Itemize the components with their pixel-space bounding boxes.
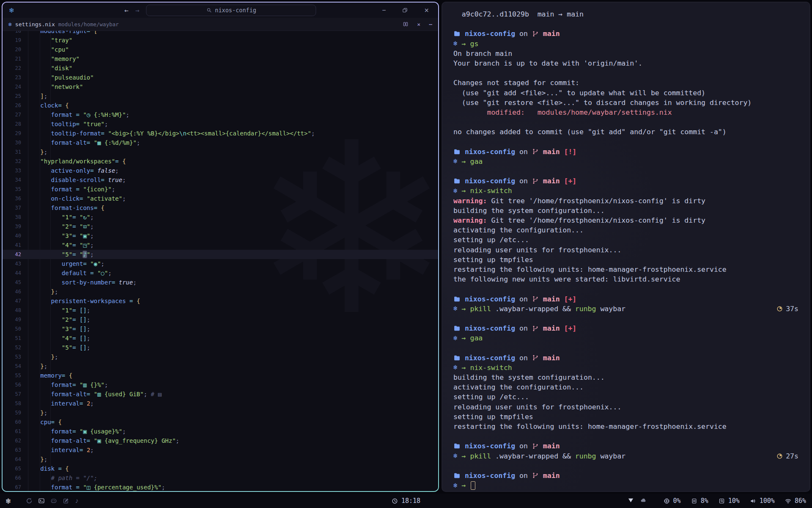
code-line-44[interactable]: 44 default = "○"; <box>3 268 438 278</box>
code-line-62[interactable]: 62 format-alt= "▣ {avg_frequency} GHz"; <box>3 436 438 445</box>
code-line-35[interactable]: 35 format = "{icon}"; <box>3 185 438 194</box>
code-line-33[interactable]: 33 active-only= false; <box>3 166 438 175</box>
code-line-60[interactable]: 60 cpu= { <box>3 417 438 427</box>
timer-icon <box>776 306 783 312</box>
line-number: 37 <box>3 203 21 213</box>
nix-file-icon: ❄ <box>8 22 12 27</box>
tray-triangle-icon[interactable] <box>628 497 634 505</box>
vol-module[interactable]: 100% <box>750 497 775 505</box>
terminal-command: ❄ → pkill .waybar-wrapped && runbg wayba… <box>453 451 798 461</box>
terminal-blank-line <box>453 68 798 78</box>
clock-module[interactable]: 18:18 <box>392 497 420 505</box>
mem-module[interactable]: 8% <box>691 497 708 505</box>
code-line-42[interactable]: 42 "5"= "♪"; <box>3 250 438 259</box>
code-line-65[interactable]: 65 disk = { <box>3 464 438 473</box>
code-line-31[interactable]: 31 }; <box>3 147 438 157</box>
code-line-49[interactable]: 49 "2"= []; <box>3 315 438 324</box>
code-line-67[interactable]: 67 format = "◫ {percentage_used}%"; <box>3 483 438 491</box>
code-line-32[interactable]: 32 "hyprland/workspaces"= { <box>3 157 438 166</box>
line-number: 54 <box>3 362 21 371</box>
code-line-63[interactable]: 63 interval= 2; <box>3 445 438 455</box>
code-line-20[interactable]: 20 "cpu" <box>3 45 438 54</box>
code-line-25[interactable]: 25 ]; <box>3 91 438 101</box>
code-line-47[interactable]: 47 persistent-workspaces = { <box>3 296 438 306</box>
terminal-window[interactable]: a9c0c72..d11029b main → main nixos-confi… <box>442 2 810 492</box>
code-line-53[interactable]: 53 }; <box>3 352 438 362</box>
code-line-52[interactable]: 52 "5"= []; <box>3 343 438 352</box>
line-number: 55 <box>3 371 21 380</box>
discord-icon <box>50 497 57 504</box>
code-line-29[interactable]: 29 tooltip-format= "<big>{:%Y %B}</big>\… <box>3 129 438 138</box>
minimize-button[interactable]: − <box>382 7 386 14</box>
close-tab-button[interactable]: × <box>417 21 420 28</box>
line-number: 36 <box>3 194 21 203</box>
workspace-discord[interactable] <box>50 497 57 504</box>
split-pane-button[interactable] <box>403 21 409 27</box>
code-line-45[interactable]: 45 sort-by-number= true; <box>3 278 438 287</box>
more-options-button[interactable]: ⋯ <box>429 21 432 28</box>
code-line-24[interactable]: 24 "network" <box>3 82 438 91</box>
line-number: 23 <box>3 73 21 82</box>
code-line-41[interactable]: 41 "4"= "◳"; <box>3 240 438 250</box>
terminal-output-line: setting up /etc... <box>453 392 798 402</box>
code-line-66[interactable]: 66 # path = "/"; <box>3 473 438 483</box>
code-line-56[interactable]: 56 format= "▥ {}%"; <box>3 380 438 389</box>
cpu-module[interactable]: 0% <box>664 497 681 505</box>
terminal-blank-line <box>453 431 798 441</box>
code-line-55[interactable]: 55 memory= { <box>3 371 438 380</box>
nix-menu-button[interactable]: ❄ <box>6 497 11 505</box>
line-number: 30 <box>3 138 21 147</box>
code-line-26[interactable]: 26 clock= { <box>3 101 438 110</box>
tray-cloud-icon[interactable] <box>640 497 647 505</box>
terminal-output-line: setting up tmpfiles <box>453 412 798 422</box>
project-search-input[interactable]: nixos-config <box>146 5 316 16</box>
code-line-27[interactable]: 27 format = "◷ {:%H:%M}"; <box>3 110 438 119</box>
code-line-46[interactable]: 46 }; <box>3 287 438 296</box>
code-line-48[interactable]: 48 "1"= []; <box>3 306 438 315</box>
nav-forward-button[interactable]: → <box>135 6 140 14</box>
code-line-61[interactable]: 61 format= "▣ {usage}%"; <box>3 427 438 436</box>
code-line-22[interactable]: 22 "disk" <box>3 64 438 73</box>
code-line-21[interactable]: 21 "memory" <box>3 54 438 64</box>
code-line-58[interactable]: 58 interval= 2; <box>3 399 438 408</box>
code-line-30[interactable]: 30 format-alt= "▦ {:%d/%m}"; <box>3 138 438 147</box>
code-line-34[interactable]: 34 disable-scroll= true; <box>3 175 438 185</box>
code-line-51[interactable]: 51 "4"= []; <box>3 334 438 343</box>
code-line-39[interactable]: 39 "2"= "⊡"; <box>3 222 438 231</box>
code-line-23[interactable]: 23 "pulseaudio" <box>3 73 438 82</box>
terminal-output-line: modified: modules/home/waybar/settings.n… <box>453 108 798 117</box>
workspace-terminal[interactable] <box>38 497 45 504</box>
code-line-57[interactable]: 57 format-alt= "▥ {used} GiB"; # ▤ <box>3 389 438 399</box>
close-button[interactable]: × <box>424 6 429 14</box>
editor-content[interactable]: ❄ 18 modules-right= [19 "tray"20 "cpu"21… <box>3 31 438 491</box>
line-number: 46 <box>3 287 21 296</box>
terminal-blank-line <box>453 461 798 471</box>
code-line-54[interactable]: 54 }; <box>3 362 438 371</box>
code-line-64[interactable]: 64 }; <box>3 455 438 464</box>
disk-module[interactable]: 10% <box>719 497 740 505</box>
workspace-firefox[interactable] <box>26 497 33 504</box>
snow-icon: ❄ <box>453 482 458 489</box>
code-line-43[interactable]: 43 urgent= "◉"; <box>3 259 438 268</box>
workspace-edit[interactable] <box>63 497 69 504</box>
code-line-59[interactable]: 59 }; <box>3 408 438 417</box>
workspace-music[interactable]: ♪ <box>75 497 78 504</box>
maximize-button[interactable] <box>402 7 408 14</box>
code-line-19[interactable]: 19 "tray" <box>3 36 438 45</box>
editor-window[interactable]: ❄ ← → nixos-config − × ❄ <box>2 2 439 492</box>
code-line-50[interactable]: 50 "3"= []; <box>3 324 438 334</box>
code-line-28[interactable]: 28 tooltip= "true"; <box>3 119 438 129</box>
terminal-output-line: reloading user units for frostphoenix... <box>453 402 798 412</box>
nav-back-button[interactable]: ← <box>124 6 129 14</box>
code-line-40[interactable]: 40 "3"= "▣"; <box>3 231 438 240</box>
snow-icon: ❄ <box>453 158 458 165</box>
code-line-18[interactable]: 18 modules-right= [ <box>3 31 438 36</box>
tab-settings-nix[interactable]: ❄ settings.nix modules/home/waybar <box>8 21 119 28</box>
code-line-36[interactable]: 36 on-click= "activate"; <box>3 194 438 203</box>
code-line-37[interactable]: 37 format-icons= { <box>3 203 438 213</box>
wifi-module[interactable]: 86% <box>785 497 806 505</box>
line-number: 59 <box>3 408 21 417</box>
branch-icon <box>532 325 539 332</box>
code-line-38[interactable]: 38 "1"= "↻"; <box>3 213 438 222</box>
terminal-prompt: nixos-config on main [+] <box>453 176 798 186</box>
